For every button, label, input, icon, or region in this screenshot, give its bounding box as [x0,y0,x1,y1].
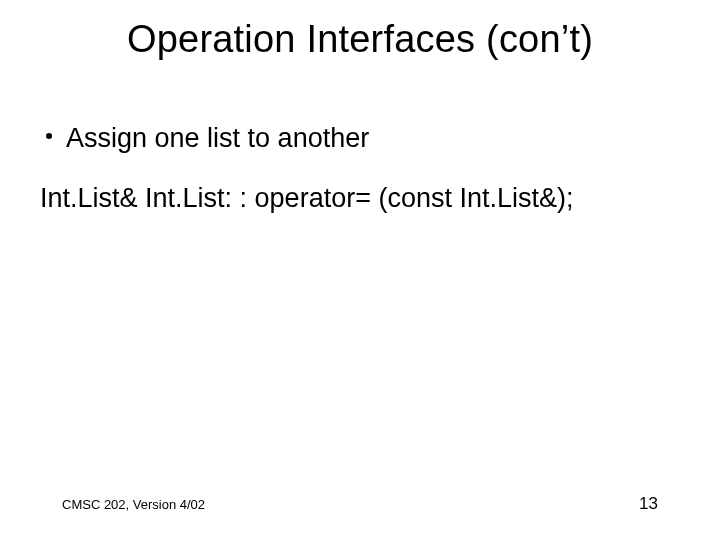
bullet-text: Assign one list to another [66,123,369,153]
footer-course-version: CMSC 202, Version 4/02 [62,497,205,512]
bullet-dot-icon [46,133,52,139]
code-declaration: Int.List& Int.List: : operator= (const I… [40,182,680,214]
slide-title: Operation Interfaces (con’t) [0,18,720,61]
page-number: 13 [639,494,658,514]
slide: Operation Interfaces (con’t) Assign one … [0,0,720,540]
bullet-item: Assign one list to another [40,120,680,154]
